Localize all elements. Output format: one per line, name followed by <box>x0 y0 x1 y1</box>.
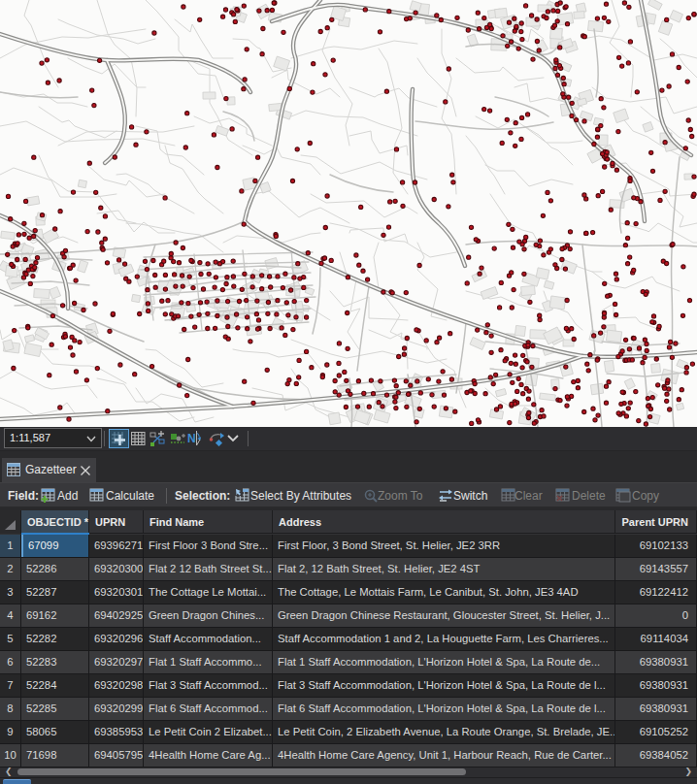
svg-text:N: N <box>187 432 196 445</box>
